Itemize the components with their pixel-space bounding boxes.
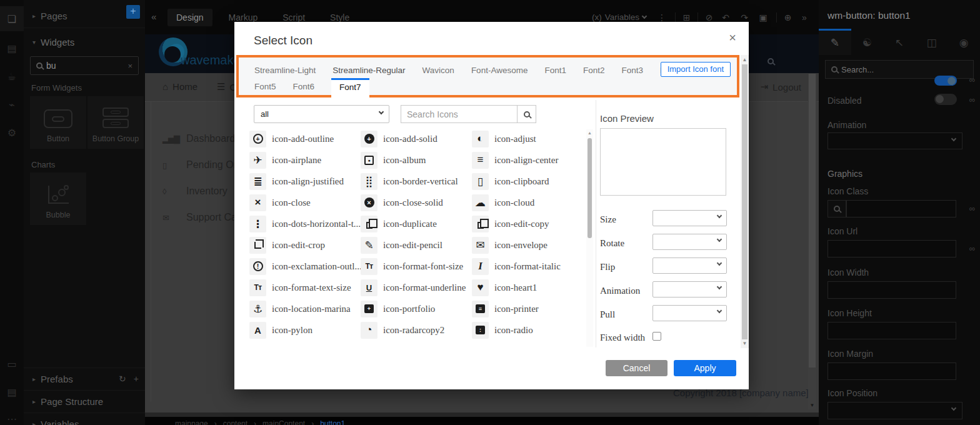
font-tab-font6[interactable]: Font6 bbox=[293, 78, 315, 91]
pin-tab-icon[interactable]: ◉ bbox=[948, 29, 980, 55]
menu-item-support-calls[interactable]: ✉Support Call bbox=[162, 212, 241, 223]
cancel-button[interactable]: Cancel bbox=[606, 360, 668, 376]
icon-grid-item[interactable]: ◐icon-adjust bbox=[472, 128, 583, 149]
nav-home[interactable]: ⌂ Home bbox=[162, 81, 198, 92]
icon-margin-input[interactable] bbox=[828, 362, 956, 380]
section-variables[interactable]: ▸Variables bbox=[24, 413, 145, 425]
bind-link-icon[interactable]: ∞ bbox=[969, 75, 975, 84]
icon-grid-item[interactable]: Tтicon-format-text-size bbox=[249, 277, 361, 298]
modal-close-icon[interactable]: × bbox=[729, 31, 736, 45]
more-icon[interactable]: ⋯ bbox=[0, 406, 24, 425]
icon-grid-item[interactable]: ≡icon-align-center bbox=[472, 149, 583, 171]
properties-tab-icon[interactable]: ✎ bbox=[819, 29, 851, 55]
font-tab-font3[interactable]: Font3 bbox=[621, 66, 643, 75]
layout-icon[interactable]: ⊞ bbox=[675, 12, 694, 22]
icon-grid-item[interactable]: ≣icon-align-justified bbox=[249, 171, 361, 192]
breadcrumb-segment[interactable]: mainContent bbox=[262, 419, 305, 425]
icon-grid-item[interactable]: Aicon-pylon bbox=[249, 319, 361, 341]
icon-grid-item[interactable]: +icon-add-solid bbox=[361, 128, 472, 149]
animation-select[interactable] bbox=[652, 281, 727, 298]
disabled-toggle[interactable] bbox=[934, 94, 957, 105]
toggle-partially-visible[interactable] bbox=[934, 76, 957, 86]
variables-dropdown[interactable]: (x) Variables bbox=[592, 12, 646, 22]
database-icon[interactable]: ▤ bbox=[0, 36, 24, 61]
undo-icon[interactable]: ↶ bbox=[716, 12, 735, 22]
widget-search-input[interactable] bbox=[42, 61, 128, 71]
breadcrumb-segment[interactable]: content bbox=[223, 419, 248, 425]
icon-url-input[interactable] bbox=[828, 240, 956, 258]
scrollbar-thumb[interactable] bbox=[742, 64, 748, 339]
pull-select[interactable] bbox=[652, 305, 727, 321]
styles-tab-icon[interactable]: ☯ bbox=[851, 29, 884, 55]
scroll-down-icon[interactable]: ▼ bbox=[741, 341, 749, 346]
tab-design[interactable]: Design bbox=[168, 9, 212, 26]
expand-icon[interactable]: » bbox=[795, 12, 814, 22]
icon-grid-item[interactable]: ×icon-close-solid bbox=[361, 192, 472, 213]
apply-button[interactable]: Apply bbox=[674, 360, 736, 376]
font-tab-wavicon[interactable]: Wavicon bbox=[422, 66, 454, 75]
flip-select[interactable] bbox=[652, 258, 727, 274]
canvas-scrollbar[interactable]: ▼ bbox=[808, 74, 816, 409]
devices-tab-icon[interactable]: ◫ bbox=[916, 29, 948, 55]
rotate-select[interactable] bbox=[652, 234, 727, 250]
icon-grid-item[interactable]: ◔icon-radarcopy2 bbox=[361, 319, 472, 341]
events-tab-icon[interactable]: ↖ bbox=[883, 29, 916, 55]
icon-class-input[interactable] bbox=[846, 200, 956, 218]
menu-item-inventory[interactable]: ◊Inventory bbox=[162, 186, 228, 197]
icon-grid-item[interactable]: :icon-radio bbox=[472, 319, 583, 341]
refresh-icon[interactable]: ↻ bbox=[119, 374, 126, 384]
fixed-width-checkbox[interactable] bbox=[652, 332, 661, 341]
icon-search-button[interactable] bbox=[517, 105, 536, 123]
inspector-search-input[interactable] bbox=[838, 65, 931, 74]
scroll-down-icon[interactable]: ▼ bbox=[808, 402, 816, 408]
icon-grid-item[interactable]: ⚓icon-location-marina bbox=[249, 298, 361, 319]
project-files-icon[interactable]: ❏ bbox=[0, 6, 24, 31]
icon-grid-item[interactable]: ≡icon-printer bbox=[472, 298, 583, 319]
scrollbar-thumb[interactable] bbox=[809, 74, 816, 368]
font-tab-font2[interactable]: Font2 bbox=[583, 66, 605, 75]
icon-class-search-chip[interactable] bbox=[828, 200, 846, 218]
bind-link-icon[interactable]: ∞ bbox=[969, 244, 975, 253]
widget-tile-button[interactable]: Button bbox=[30, 96, 86, 149]
icon-grid-item[interactable]: Uicon-format-underline bbox=[361, 277, 472, 298]
icon-grid-item[interactable]: !icon-exclamation-outl... bbox=[249, 256, 361, 277]
icon-width-input[interactable] bbox=[828, 281, 956, 299]
section-page-structure[interactable]: ▸Page Structure bbox=[24, 391, 145, 412]
icon-grid-item[interactable]: ⣿icon-border-vertical bbox=[361, 171, 472, 192]
icon-grid-item[interactable]: Tтicon-format-font-size bbox=[361, 256, 472, 277]
icon-grid-item[interactable]: Iicon-format-italic bbox=[472, 256, 583, 277]
preview-icon[interactable]: ⊘ bbox=[698, 12, 716, 22]
font-tab-streamline-regular[interactable]: Streamline-Regular bbox=[332, 66, 405, 75]
font-tab-streamline-light[interactable]: Streamline-Light bbox=[254, 66, 316, 75]
log-icon[interactable]: ▤ bbox=[0, 379, 24, 404]
size-select[interactable] bbox=[652, 210, 727, 226]
icon-grid-item[interactable]: ✈icon-airplane bbox=[249, 149, 361, 171]
icon-search-input[interactable] bbox=[401, 105, 518, 123]
api-icon[interactable]: ⌁ bbox=[0, 92, 24, 117]
section-prefabs[interactable]: ▸Prefabs↻+ bbox=[24, 368, 145, 389]
widget-tile-bubble[interactable]: Bubble bbox=[30, 172, 86, 225]
breadcrumb-segment[interactable]: mainpage bbox=[175, 419, 208, 425]
icon-grid-item[interactable]: ✎icon-edit-pencil bbox=[361, 234, 472, 256]
icon-grid-item[interactable]: icon-edit-crop bbox=[249, 234, 361, 256]
icon-grid-item[interactable]: +icon-add-outline bbox=[249, 128, 361, 149]
bind-link-icon[interactable]: ∞ bbox=[969, 204, 975, 213]
bind-link-icon[interactable]: ∞ bbox=[969, 95, 975, 104]
icon-grid-item[interactable]: ●icon-album bbox=[361, 149, 472, 171]
font-tab-font-awesome[interactable]: Font-Awesome bbox=[471, 66, 528, 75]
menu-item-dashboard[interactable]: ▂▅▇Dashboard bbox=[162, 133, 235, 144]
icon-grid-item[interactable]: icon-edit-copy bbox=[472, 213, 583, 234]
scroll-up-icon[interactable]: ▲ bbox=[741, 57, 749, 62]
import-icon-font-button[interactable]: Import Icon font bbox=[661, 62, 731, 77]
icon-grid-item[interactable]: ✉icon-envelope bbox=[472, 234, 583, 256]
clear-search-icon[interactable]: × bbox=[128, 61, 132, 71]
scroll-up-icon[interactable]: ▲ bbox=[586, 131, 593, 135]
widget-tile-button-group[interactable]: Button Group bbox=[88, 96, 144, 149]
font-tab-font7[interactable]: Font7 bbox=[331, 78, 369, 98]
folder-icon[interactable]: ▭ bbox=[0, 351, 24, 376]
icon-grid-item[interactable]: ×icon-close bbox=[249, 192, 361, 213]
breadcrumb-current[interactable]: button1 bbox=[320, 419, 345, 425]
settings-icon[interactable]: ⚙ bbox=[0, 120, 24, 145]
icon-grid-item[interactable]: +icon-portfolio bbox=[361, 298, 472, 319]
icon-grid-item[interactable]: ☁icon-cloud bbox=[472, 192, 583, 213]
